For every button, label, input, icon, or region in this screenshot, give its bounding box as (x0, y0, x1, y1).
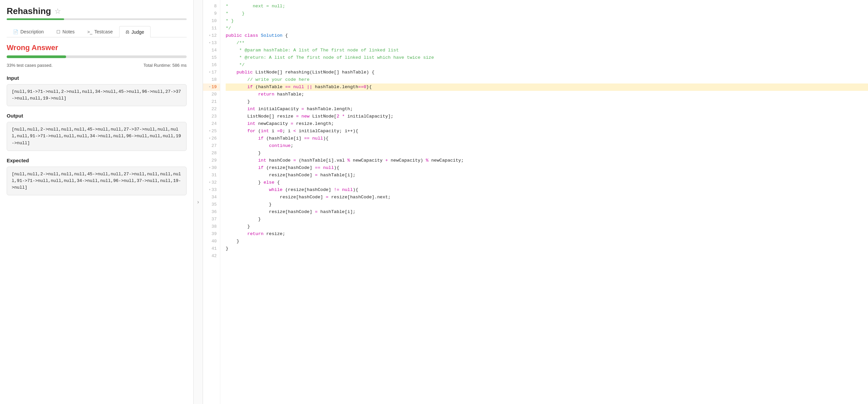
code-editor: 891011▾12▾13141516▾1718▾192021222324▾25▾… (203, 0, 868, 404)
line-number-37: 37 (203, 216, 220, 223)
line-number-25: ▾25 (203, 128, 220, 135)
tab-judge[interactable]: ⚖ Judge (119, 26, 151, 37)
code-line-38: } (226, 223, 868, 230)
line-number-15: 15 (203, 54, 220, 61)
code-line-21: } (226, 98, 868, 105)
code-line-8: * next = null; (226, 3, 868, 10)
output-box: [null,null,2->null,null,null,45->null,nu… (7, 122, 187, 151)
title-row: Rehashing ☆ (7, 6, 187, 17)
line-number-12: ▾12 (203, 32, 220, 39)
tab-description-label: Description (20, 29, 44, 34)
line-number-40: 40 (203, 238, 220, 245)
line-number-18: 18 (203, 76, 220, 84)
expected-label: Expected (7, 158, 187, 163)
code-line-13: /** (226, 39, 868, 47)
tab-testcase-label: Testcase (94, 29, 113, 34)
line-number-8: 8 (203, 3, 220, 10)
code-line-17: public ListNode[] rehashing(ListNode[] h… (226, 69, 868, 76)
line-number-14: 14 (203, 47, 220, 54)
line-number-9: 9 (203, 10, 220, 18)
code-line-33: while (resize[hashCode] != null){ (226, 186, 868, 194)
tab-notes-label: Notes (62, 29, 75, 34)
line-number-10: 10 (203, 18, 220, 25)
code-line-27: continue; (226, 142, 868, 150)
header-progress-bar (7, 18, 187, 20)
divider-arrow: › (197, 199, 199, 205)
line-number-42: 42 (203, 252, 220, 260)
tab-notes[interactable]: ☐ Notes (50, 26, 81, 37)
code-line-26: if (hashTable[i] == null){ (226, 135, 868, 142)
result-progress-bar (7, 55, 187, 58)
code-line-24: int newCapacity = resize.length; (226, 120, 868, 128)
code-line-32: } else { (226, 179, 868, 186)
line-number-20: 20 (203, 91, 220, 98)
judge-icon: ⚖ (126, 29, 129, 34)
code-editor-panel[interactable]: 891011▾12▾13141516▾1718▾192021222324▾25▾… (203, 0, 868, 404)
total-runtime: Total Runtime: 586 ms (144, 63, 187, 68)
left-panel: Rehashing ☆ 📄 Description ☐ Notes >_ Tes… (0, 0, 194, 404)
code-line-30: if (resize[hashCode] == null){ (226, 164, 868, 172)
line-number-24: 24 (203, 120, 220, 128)
code-line-14: * @param hashTable: A list of The first … (226, 47, 868, 54)
input-box: [null,91->71->null,2->null,null,34->null… (7, 84, 187, 106)
line-number-26: ▾26 (203, 135, 220, 142)
code-line-37: } (226, 216, 868, 223)
tab-judge-label: Judge (131, 29, 144, 35)
code-line-22: int initialCapacity = hashTable.length; (226, 105, 868, 113)
line-number-41: 41 (203, 245, 220, 252)
line-number-32: ▾32 (203, 179, 220, 186)
code-line-16: */ (226, 61, 868, 69)
code-line-29: int hashCode = (hashTable[i].val % newCa… (226, 157, 868, 164)
line-number-19: ▾19 (203, 84, 220, 91)
input-label: Input (7, 75, 187, 81)
line-number-30: ▾30 (203, 164, 220, 172)
line-number-11: 11 (203, 25, 220, 32)
line-number-29: 29 (203, 157, 220, 164)
line-number-23: 23 (203, 113, 220, 120)
line-number-21: 21 (203, 98, 220, 105)
code-line-42 (226, 252, 868, 260)
code-line-34: resize[hashCode] = resize[hashCode].next… (226, 194, 868, 201)
expected-box: [null,null,2->null,null,null,45->null,nu… (7, 166, 187, 195)
problem-title: Rehashing (7, 6, 51, 17)
code-line-31: resize[hashCode] = hashTable[i]; (226, 172, 868, 179)
testcase-icon: >_ (88, 29, 92, 34)
line-numbers: 891011▾12▾13141516▾1718▾192021222324▾25▾… (203, 0, 220, 404)
tabs-bar: 📄 Description ☐ Notes >_ Testcase ⚖ Judg… (7, 26, 187, 37)
code-line-9: * } (226, 10, 868, 18)
code-line-18: // write your code here (226, 76, 868, 84)
line-number-33: ▾33 (203, 186, 220, 194)
code-line-36: resize[hashCode] = hashTable[i]; (226, 208, 868, 216)
code-line-39: return resize; (226, 230, 868, 238)
line-number-35: 35 (203, 201, 220, 208)
code-line-25: for (int i =0; i < initialCapacity; i++)… (226, 128, 868, 135)
code-line-28: } (226, 150, 868, 157)
star-icon[interactable]: ☆ (54, 7, 61, 16)
line-number-16: 16 (203, 61, 220, 69)
panel-divider[interactable]: › (194, 0, 203, 404)
line-number-27: 27 (203, 142, 220, 150)
notes-icon: ☐ (56, 29, 60, 34)
line-number-13: ▾13 (203, 39, 220, 47)
code-line-20: return hashTable; (226, 91, 868, 98)
code-line-11: */ (226, 25, 868, 32)
line-number-28: 28 (203, 150, 220, 157)
code-line-41: } (226, 245, 868, 252)
tab-testcase[interactable]: >_ Testcase (81, 26, 119, 37)
line-number-17: ▾17 (203, 69, 220, 76)
output-label: Output (7, 113, 187, 119)
line-number-31: 31 (203, 172, 220, 179)
line-number-36: 36 (203, 208, 220, 216)
header-progress-fill (7, 18, 64, 20)
result-progress-fill (7, 55, 66, 58)
code-line-35: } (226, 201, 868, 208)
code-line-23: ListNode[] resize = new ListNode[2 * ini… (226, 113, 868, 120)
code-line-10: * } (226, 18, 868, 25)
code-line-15: * @return: A list of The first node of l… (226, 54, 868, 61)
code-content[interactable]: * next = null;* }* }*/public class Solut… (220, 0, 868, 404)
tab-description[interactable]: 📄 Description (7, 26, 50, 37)
description-icon: 📄 (13, 29, 18, 34)
line-number-38: 38 (203, 223, 220, 230)
code-line-40: } (226, 238, 868, 245)
line-number-22: 22 (203, 105, 220, 113)
